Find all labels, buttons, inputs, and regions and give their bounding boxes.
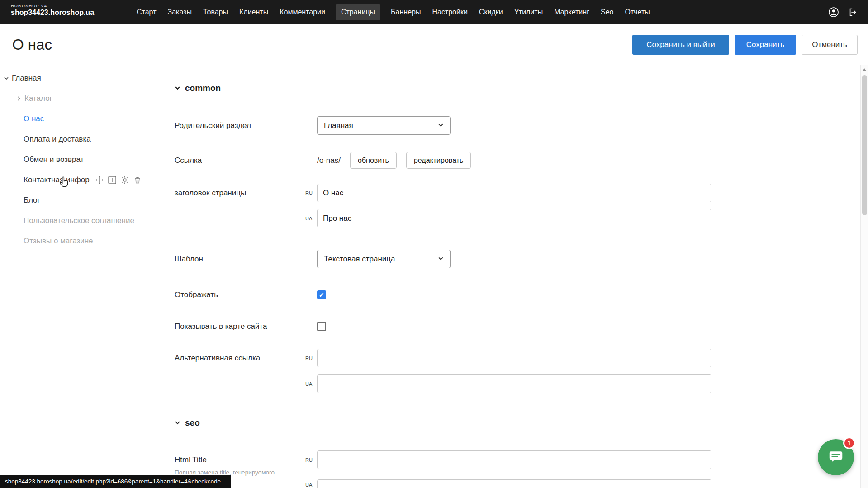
section-title: common [185,83,221,93]
edit-link-button[interactable]: редактировать [406,152,471,169]
section-title: seo [185,418,200,428]
lang-badge-ru: RU [305,355,316,361]
menu-item-pages[interactable]: Страницы [336,4,380,20]
move-icon[interactable] [95,176,104,184]
delete-trash-icon[interactable] [133,176,142,184]
display-checkbox[interactable]: ✓ [317,290,326,299]
template-label: Шаблон [175,255,317,264]
menu-item-reports[interactable]: Отчеты [624,4,650,20]
menu-item-marketing[interactable]: Маркетинг [553,4,590,20]
lang-badge-ru: RU [305,457,316,463]
display-label: Отображать [175,290,317,299]
pages-tree: Главная Каталог О нас Оплата и доставка … [0,65,159,251]
sidebar-item-label: Оплата и доставка [24,135,91,144]
sidebar-item-catalog[interactable]: Каталог [0,88,159,109]
select-value: Текстовая страница [324,255,395,264]
chevron-down-icon [175,83,180,93]
topbar-actions [828,0,858,24]
sidebar-item-payment-delivery[interactable]: Оплата и доставка [0,129,159,149]
menu-item-start[interactable]: Старт [136,4,157,20]
menu-item-utilities[interactable]: Утилиты [513,4,544,20]
link-path: /o-nas/ [317,156,341,165]
cancel-button[interactable]: Отменить [802,35,858,55]
brand-logo[interactable]: HOROSHOP V4 shop34423.horoshop.ua [11,4,94,17]
scrollbar-thumb[interactable] [862,75,867,215]
status-url-tooltip: shop34423.horoshop.ua/edit/edit.php?id=6… [0,475,231,488]
logout-icon[interactable] [848,7,858,17]
page-edit-form: common Родительский раздел Главная Ссылк… [159,65,860,488]
menu-item-comments[interactable]: Комментарии [279,4,326,20]
user-account-icon[interactable] [828,7,839,18]
page-title-label: заголовок страницы [175,189,317,198]
section-common-toggle[interactable]: common [175,83,221,93]
menu-item-discounts[interactable]: Скидки [478,4,504,20]
sidebar-item-label: О нас [24,114,44,123]
chat-unread-badge: 1 [843,437,855,449]
chevron-right-icon[interactable] [16,96,24,101]
save-and-exit-button[interactable]: Сохранить и выйти [632,35,729,55]
sidebar-item-store-reviews[interactable]: Отзывы о магазине [0,231,159,251]
section-seo-toggle[interactable]: seo [175,418,200,428]
html-title-input-ru[interactable] [317,450,711,469]
menu-item-seo[interactable]: Seo [600,4,614,20]
sidebar-item-label: Каталог [24,94,52,103]
select-value: Главная [324,121,353,130]
sidebar-item-label: Главная [12,74,41,83]
html-title-input-ua[interactable] [317,479,711,488]
sidebar-item-blog[interactable]: Блог [0,190,159,210]
menu-item-settings[interactable]: Настройки [431,4,468,20]
link-label: Ссылка [175,156,317,165]
chevron-down-icon[interactable] [4,76,11,81]
scroll-up-arrow[interactable] [863,68,866,71]
brand-version: HOROSHOP V4 [11,4,94,8]
sidebar-item-label: Отзывы о магазине [24,237,93,246]
chevron-down-icon [438,121,444,130]
sidebar-item-label: Блог [24,196,40,205]
alt-link-label: Альтернативная ссылка [175,354,317,363]
sidebar-item-label: Пользовательское соглашение [24,216,134,225]
alt-link-input-ru[interactable] [317,349,711,367]
lang-badge-ua: UA [305,381,316,387]
sidebar-item-label: Обмен и возврат [24,155,84,164]
page-title-input-ru[interactable] [317,184,711,202]
template-select[interactable]: Текстовая страница [317,250,451,268]
chat-bubble-icon [827,448,844,467]
html-title-label: Html Title [175,450,317,469]
sidebar-item-label: Контактная инфор [24,175,90,185]
lang-badge-ua: UA [305,482,316,488]
page-header: О нас Сохранить и выйти Сохранить Отмени… [0,24,868,65]
vertical-scrollbar[interactable] [860,65,868,488]
alt-link-input-ua[interactable] [317,374,711,393]
menu-item-clients[interactable]: Клиенты [238,4,269,20]
chevron-down-icon [175,418,180,428]
main-menu: Старт Заказы Товары Клиенты Комментарии … [136,0,651,24]
lang-badge-ru: RU [305,190,316,196]
pages-tree-sidebar: Главная Каталог О нас Оплата и доставка … [0,65,159,488]
chat-widget-button[interactable]: 1 [818,439,854,475]
refresh-link-button[interactable]: обновить [350,152,397,169]
topbar: HOROSHOP V4 shop34423.horoshop.ua Старт … [0,0,868,24]
page-title: О нас [12,36,52,53]
menu-item-banners[interactable]: Баннеры [390,4,422,20]
sidebar-item-user-agreement[interactable]: Пользовательское соглашение [0,210,159,231]
save-button[interactable]: Сохранить [735,35,796,55]
sidebar-item-about[interactable]: О нас [0,109,159,129]
sidebar-item-exchange-return[interactable]: Обмен и возврат [0,149,159,170]
sitemap-checkbox[interactable] [317,322,326,331]
sidebar-item-contact-info[interactable]: Контактная инфор [0,170,159,190]
page-title-input-ua[interactable] [317,209,711,227]
add-page-icon[interactable] [108,176,116,184]
menu-item-orders[interactable]: Заказы [166,4,192,20]
parent-section-label: Родительский раздел [175,121,317,130]
lang-badge-ua: UA [305,216,316,221]
menu-item-products[interactable]: Товары [202,4,229,20]
sidebar-item-home[interactable]: Главная [0,68,159,88]
chevron-down-icon [438,255,444,264]
settings-gear-icon[interactable] [121,176,129,184]
parent-section-select[interactable]: Главная [317,116,451,135]
sitemap-label: Показывать в карте сайта [175,322,317,331]
row-action-icons [95,176,142,184]
brand-domain: shop34423.horoshop.ua [11,9,94,17]
header-actions: Сохранить и выйти Сохранить Отменить [632,35,858,55]
